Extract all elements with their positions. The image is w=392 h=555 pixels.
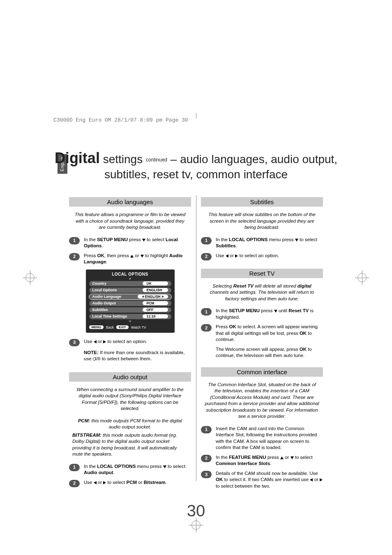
subtitles-step-2: 2 Use or to select an option. — [201, 253, 323, 260]
menu-value: ENGLISH — [143, 288, 168, 292]
menu-label: Subtitles — [92, 308, 108, 312]
up-arrow-icon — [280, 456, 284, 459]
left-arrow-icon — [226, 254, 228, 258]
menu-footer-label: Back — [106, 325, 114, 329]
step-badge-2: 2 — [201, 253, 212, 260]
crop-mark-top — [193, 113, 199, 119]
step-badge-2: 2 — [201, 455, 212, 462]
menu-value: UK — [143, 281, 168, 286]
right-column: Subtitles This feature will show subtitl… — [201, 193, 323, 493]
down-arrow-icon — [291, 456, 294, 459]
subtitles-intro: This feature will show subtitles on the … — [204, 212, 320, 231]
step-badge-2: 2 — [69, 480, 80, 487]
menu-value: 11:19 — [143, 314, 168, 318]
menu-footer-label: Watch TV — [131, 325, 146, 329]
menu-row-subtitles: Subtitles OFF — [89, 307, 171, 313]
document-header: C3000D Eng Euro OM 28/1/07 8:09 pm Page … — [53, 117, 188, 123]
exit-pill: EXIT — [116, 325, 129, 329]
menu-label: Local Options — [92, 288, 117, 292]
menu-label: Audio Output — [92, 301, 116, 305]
reset-tv-intro: Selecting Reset TV will delete all store… — [204, 283, 320, 302]
pcm-desc: PCM: this mode outputs PCM format to the… — [72, 418, 188, 431]
left-arrow-icon — [94, 481, 97, 484]
menu-row-local-options: Local Options ENGLISH — [89, 288, 171, 293]
step-text: Details of the CAM should now be availab… — [216, 470, 323, 490]
down-arrow-icon — [274, 310, 277, 313]
menu-label: Local Time Settings — [92, 314, 127, 318]
audio-output-step-2: 2 Use or to select PCM or Bitstream. — [69, 479, 191, 487]
audio-lang-step-2: 2 Press OK, then press or to highlight A… — [69, 253, 191, 265]
audio-output-step-1: 1 In the LOCAL OPTIONS menu press to sel… — [69, 463, 191, 476]
subtitles-heading: Subtitles — [201, 197, 323, 207]
title-digital: Digital — [55, 150, 100, 166]
ci-step-3: 3 Details of the CAM should now be avail… — [201, 470, 323, 490]
page-number: 30 — [0, 502, 392, 520]
menu-row-audio-output: Audio Output PCM — [89, 301, 171, 306]
audio-lang-step-3: 3 Use or to select an option. — [69, 339, 191, 346]
left-column: Audio languages This feature allows a pr… — [69, 193, 191, 493]
common-interface-heading: Common interface — [201, 367, 323, 377]
audio-output-intro: When connecting a surround sound amplifi… — [72, 387, 188, 412]
menu-pill: MENU — [89, 325, 104, 329]
menu-row-local-time: Local Time Settings 11:19 — [89, 314, 171, 319]
step-text: In the SETUP MENU press to select Local … — [84, 237, 191, 249]
menu-value: ◀ENGLISH▶ — [138, 295, 168, 299]
chevron-right-icon: ▶ — [162, 295, 164, 298]
step-text: In the FEATURE MENU press or to select C… — [216, 454, 323, 467]
ci-step-1: 1 Insert the CAM and card into the Commo… — [201, 426, 323, 451]
menu-footer: MENU Back EXIT Watch TV — [89, 325, 171, 329]
step-text: Use or to select an option. — [84, 339, 191, 345]
step-badge-1: 1 — [69, 237, 80, 244]
step-badge-2: 2 — [69, 253, 80, 260]
common-interface-intro: The Common Interface Slot, situated on t… — [204, 382, 320, 420]
step-text: Press OK, then press or to highlight Aud… — [84, 253, 191, 265]
left-arrow-icon — [94, 340, 97, 343]
down-arrow-icon — [163, 465, 166, 468]
step-text: The Welcome screen will appear, press OK… — [216, 346, 323, 359]
menu-value: PCM — [143, 301, 168, 305]
title-continued: continued — [146, 157, 167, 163]
bitstream-desc: BITSTREAM: this mode outputs audio forma… — [72, 432, 188, 458]
ci-step-2: 2 In the FEATURE MENU press or to select… — [201, 454, 323, 467]
content-columns: Audio languages This feature allows a pr… — [69, 193, 323, 493]
local-options-menu: LOCAL OPTIONS ▲ Country UK Local Options… — [86, 269, 175, 333]
audio-languages-heading: Audio languages — [69, 197, 191, 207]
menu-label: Country — [92, 281, 107, 286]
crop-mark-left — [23, 270, 37, 285]
chevron-left-icon: ◀ — [142, 295, 144, 298]
reset-step-2: 2 Press OK to select. A screen will appe… — [201, 324, 323, 343]
step-badge-1: 1 — [201, 237, 212, 244]
page-title: Digital settings continued – audio langu… — [53, 149, 339, 182]
up-arrow-icon — [130, 255, 134, 258]
step-badge-1: 1 — [201, 426, 212, 433]
menu-label: Audio Language — [92, 295, 122, 299]
subtitles-step-1: 1 In the LOCAL OPTIONS menu press to sel… — [201, 237, 323, 249]
step-text: In the SETUP MENU press until Reset TV i… — [216, 308, 323, 320]
step-text: Use or to select PCM or Bitstream. — [84, 479, 191, 486]
audio-lang-note: NOTE: If more than one soundtrack is ava… — [84, 350, 191, 362]
step-text: Press OK to select. A screen will appear… — [216, 324, 323, 343]
step-badge-3: 3 — [201, 471, 212, 478]
reset-step-1: 1 In the SETUP MENU press until Reset TV… — [201, 308, 323, 320]
title-settings: settings — [100, 153, 146, 166]
reset-step-3: 0 The Welcome screen will appear, press … — [201, 346, 323, 359]
step-badge-1: 1 — [201, 308, 212, 315]
audio-lang-step-1: 1 In the SETUP MENU press to select Loca… — [69, 237, 191, 249]
step-text: In the LOCAL OPTIONS menu press to selec… — [216, 237, 323, 249]
step-badge-1: 1 — [69, 464, 80, 471]
menu-scroll-up-icon: ▲ — [89, 277, 171, 280]
menu-row-audio-language: Audio Language ◀ENGLISH▶ — [89, 294, 171, 299]
manual-page: C3000D Eng Euro OM 28/1/07 8:09 pm Page … — [0, 0, 392, 555]
reset-tv-heading: Reset TV — [201, 269, 323, 278]
crop-mark-right — [355, 270, 369, 285]
step-badge-2: 2 — [201, 324, 212, 332]
right-arrow-icon — [320, 478, 323, 481]
menu-title: LOCAL OPTIONS — [89, 272, 171, 276]
audio-languages-intro: This feature allows a programme or film … — [72, 212, 188, 231]
audio-output-heading: Audio output — [69, 372, 191, 382]
step-text: In the LOCAL OPTIONS menu press to selec… — [84, 463, 191, 476]
down-arrow-icon — [295, 239, 298, 242]
menu-value: OFF — [143, 308, 168, 312]
menu-row-country: Country UK — [89, 281, 171, 286]
step-text: Insert the CAM and card into the Common … — [216, 426, 323, 451]
